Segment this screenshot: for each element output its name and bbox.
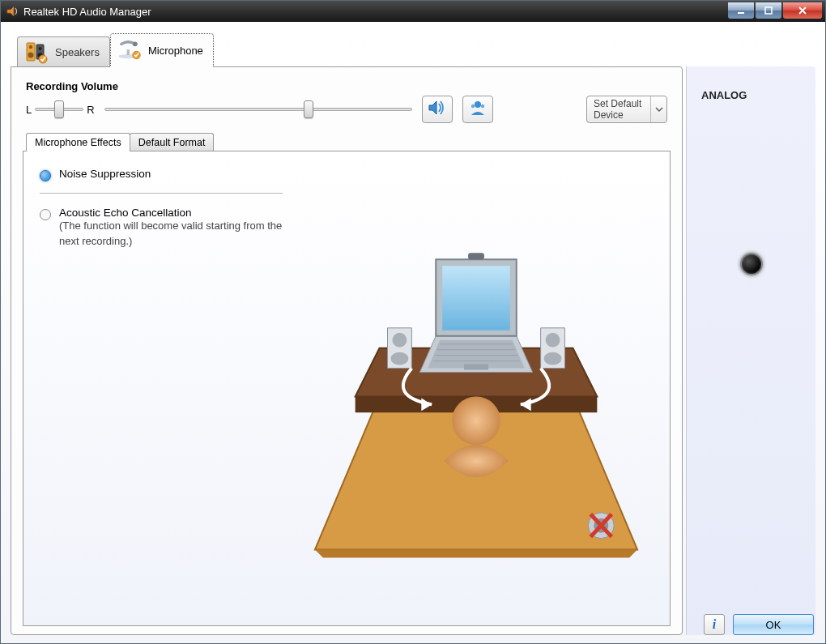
- mic-person-icon: [468, 99, 488, 120]
- recording-volume-title: Recording Volume: [26, 80, 671, 92]
- svg-point-11: [133, 41, 138, 46]
- svg-point-31: [392, 333, 407, 348]
- noise-suppression-option[interactable]: Noise Suppression: [40, 168, 283, 181]
- subpanel-effects: Noise Suppression Acoustic Echo Cancella…: [23, 151, 671, 626]
- microphone-icon: [116, 38, 143, 62]
- analog-jack-indicator[interactable]: [740, 253, 763, 275]
- main-panel: Recording Volume L R: [11, 66, 683, 635]
- mute-speaker-button[interactable]: [422, 96, 453, 123]
- info-icon: i: [713, 617, 716, 632]
- tab-microphone-label: Microphone: [148, 45, 203, 57]
- echo-cancellation-desc: (The function will become valid starting…: [59, 220, 282, 247]
- svg-rect-1: [765, 7, 772, 14]
- echo-cancellation-text: Acoustic Echo Cancellation (The function…: [59, 207, 283, 249]
- svg-rect-0: [738, 12, 744, 14]
- titlebar: Realtek HD Audio Manager: [1, 1, 825, 22]
- svg-rect-26: [464, 365, 488, 370]
- radio-unselected-icon: [40, 209, 51, 220]
- minimize-button[interactable]: [728, 2, 754, 19]
- svg-point-34: [546, 333, 560, 348]
- svg-point-15: [480, 104, 483, 108]
- recording-volume-thumb[interactable]: [304, 100, 313, 118]
- bottom-bar: i OK: [704, 614, 814, 635]
- close-button[interactable]: [783, 2, 822, 19]
- noise-suppression-label: Noise Suppression: [59, 168, 151, 180]
- set-default-device-dropdown[interactable]: Set Default Device: [586, 96, 667, 123]
- balance-slider-thumb[interactable]: [54, 100, 64, 118]
- content-area: Speakers Microphone: [1, 22, 825, 643]
- effects-column: Noise Suppression Acoustic Echo Cancella…: [40, 168, 283, 609]
- chevron-down-icon[interactable]: [650, 96, 666, 122]
- speakers-icon: [23, 41, 50, 65]
- tab-microphone[interactable]: Microphone: [110, 33, 214, 67]
- set-default-device-label: Set Default Device: [587, 96, 650, 122]
- recording-volume-slider[interactable]: [104, 102, 412, 117]
- content-row: Recording Volume L R: [11, 67, 815, 635]
- balance-slider[interactable]: [35, 102, 83, 117]
- subtab-row: Microphone Effects Default Format: [26, 133, 671, 151]
- device-tabs: Speakers Microphone: [17, 30, 815, 67]
- radio-selected-icon: [40, 170, 51, 181]
- svg-point-3: [29, 45, 32, 48]
- svg-point-6: [39, 47, 42, 50]
- echo-cancellation-option[interactable]: Acoustic Echo Cancellation (The function…: [40, 207, 283, 249]
- info-button[interactable]: i: [704, 614, 725, 635]
- tab-speakers-label: Speakers: [55, 46, 100, 58]
- analog-label: ANALOG: [701, 89, 747, 101]
- app-icon: [4, 5, 20, 18]
- speaker-sound-icon: [428, 99, 447, 120]
- echo-cancellation-title: Acoustic Echo Cancellation: [59, 207, 192, 219]
- svg-point-32: [390, 352, 408, 365]
- balance-left-label: L: [26, 104, 32, 116]
- svg-marker-28: [442, 266, 510, 331]
- svg-point-4: [28, 52, 34, 58]
- svg-point-38: [452, 396, 500, 445]
- effects-divider: [40, 193, 283, 194]
- mic-boost-button[interactable]: [462, 96, 493, 123]
- maximize-button[interactable]: [756, 2, 781, 19]
- balance-right-label: R: [87, 104, 94, 116]
- window-controls: [726, 2, 822, 19]
- svg-marker-17: [315, 550, 637, 558]
- tab-speakers[interactable]: Speakers: [17, 36, 110, 67]
- app-window: Realtek HD Audio Manager: [0, 0, 826, 644]
- svg-point-13: [475, 101, 481, 108]
- svg-point-35: [544, 352, 562, 365]
- recording-volume-row: L R: [23, 96, 671, 130]
- echo-illustration: [299, 160, 654, 609]
- subtab-default-format[interactable]: Default Format: [130, 133, 215, 151]
- svg-point-14: [470, 104, 474, 108]
- balance-group: L R: [26, 102, 95, 117]
- subtab-mic-effects[interactable]: Microphone Effects: [26, 133, 130, 151]
- svg-rect-29: [468, 253, 484, 259]
- analog-panel: ANALOG: [686, 66, 815, 635]
- svg-rect-10: [127, 49, 130, 55]
- window-title: Realtek HD Audio Manager: [23, 6, 726, 18]
- ok-button[interactable]: OK: [733, 614, 814, 635]
